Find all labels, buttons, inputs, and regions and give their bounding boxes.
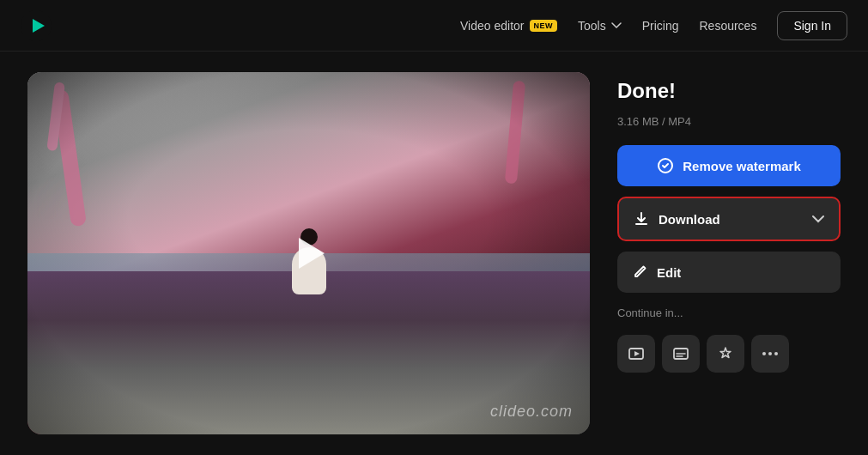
- more-options-icon: [762, 351, 779, 356]
- remove-watermark-button[interactable]: Remove watermark: [617, 145, 841, 186]
- download-label: Download: [659, 212, 720, 227]
- continue-label: Continue in...: [617, 306, 841, 319]
- main-content: clideo.com Done! 3.16 MB / MP4 Remove wa…: [0, 52, 868, 455]
- navbar: Video editor NEW Tools Pricing Resources…: [0, 0, 868, 52]
- video-editor-label: Video editor: [460, 19, 524, 33]
- new-badge: NEW: [530, 20, 558, 32]
- svg-point-8: [774, 352, 778, 355]
- edit-button[interactable]: Edit: [617, 252, 841, 293]
- effects-icon: [717, 345, 734, 362]
- edit-icon: [631, 264, 648, 281]
- video-thumbnail: clideo.com: [27, 72, 590, 434]
- sign-in-button[interactable]: Sign In: [777, 11, 847, 40]
- file-format: MP4: [668, 115, 691, 128]
- tools-label: Tools: [578, 19, 606, 33]
- continue-effects-button[interactable]: [707, 335, 744, 373]
- download-btn-left: Download: [633, 210, 720, 228]
- download-icon: [633, 210, 650, 228]
- clideo-logo-icon[interactable]: [21, 10, 52, 41]
- edit-label: Edit: [657, 265, 681, 280]
- svg-point-6: [762, 352, 766, 355]
- navbar-right: Video editor NEW Tools Pricing Resources…: [460, 11, 847, 40]
- svg-point-7: [768, 352, 772, 355]
- pricing-label: Pricing: [642, 19, 679, 33]
- play-button[interactable]: [285, 229, 333, 277]
- resources-nav[interactable]: Resources: [699, 19, 756, 33]
- video-editor-nav[interactable]: Video editor NEW: [460, 19, 557, 33]
- tools-nav[interactable]: Tools: [578, 19, 622, 33]
- remove-watermark-label: Remove watermark: [683, 159, 801, 173]
- video-panel[interactable]: clideo.com: [27, 72, 590, 434]
- continue-video-editor-button[interactable]: [617, 335, 655, 373]
- video-player-icon: [628, 345, 645, 362]
- navbar-left: [21, 10, 52, 41]
- download-chevron-icon: [811, 215, 825, 223]
- pricing-nav[interactable]: Pricing: [642, 19, 679, 33]
- done-title: Done!: [617, 79, 841, 103]
- svg-marker-4: [634, 351, 640, 356]
- file-info: 3.16 MB / MP4: [617, 115, 841, 128]
- download-button[interactable]: Download: [617, 197, 841, 241]
- remove-watermark-icon: [657, 157, 674, 174]
- continue-icons: [617, 335, 841, 373]
- play-triangle-icon: [299, 238, 325, 269]
- subtitles-icon: [672, 345, 689, 362]
- file-size: 3.16 MB: [617, 115, 659, 128]
- chevron-down-icon: [611, 22, 622, 29]
- continue-more-button[interactable]: [751, 335, 789, 373]
- resources-label: Resources: [699, 19, 756, 33]
- continue-subtitles-button[interactable]: [662, 335, 700, 373]
- watermark-text: clideo.com: [490, 403, 573, 421]
- right-panel: Done! 3.16 MB / MP4 Remove watermark Dow…: [617, 72, 841, 373]
